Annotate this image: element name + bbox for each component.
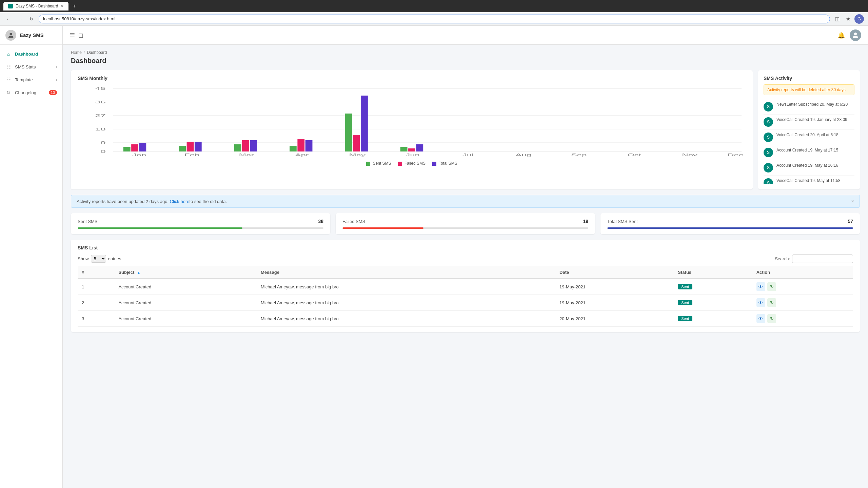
notification-close-button[interactable]: × bbox=[851, 199, 854, 204]
user-avatar[interactable] bbox=[850, 29, 861, 41]
svg-rect-19 bbox=[187, 142, 194, 151]
svg-rect-22 bbox=[234, 144, 241, 151]
main-content: Home / Dashboard Dashboard SMS Monthly bbox=[63, 45, 868, 488]
sms-table: # Subject ▲ Message Date bbox=[78, 266, 853, 327]
browser-chrome: Eazy SMS - Dashboard ✕ + bbox=[0, 0, 868, 12]
svg-rect-23 bbox=[242, 140, 249, 151]
fullscreen-button[interactable]: ◻ bbox=[78, 32, 83, 39]
grid-icon: ☷ bbox=[5, 64, 12, 70]
sidebar-nav: ⌂ Dashboard ☷ SMS Stats ‹ ☷ Template ‹ ↻… bbox=[0, 45, 62, 102]
svg-text:Nov: Nov bbox=[682, 153, 697, 157]
cell-num-3: 3 bbox=[78, 311, 114, 327]
breadcrumb-home[interactable]: Home bbox=[71, 50, 82, 55]
chart-title: SMS Monthly bbox=[78, 76, 746, 81]
cell-num-1: 1 bbox=[78, 279, 114, 295]
cell-subject-3: Account Created bbox=[114, 311, 257, 327]
new-tab-button[interactable]: + bbox=[73, 3, 76, 9]
stat-value-sent: 38 bbox=[318, 219, 323, 224]
refresh-button-2[interactable]: ↻ bbox=[767, 298, 776, 307]
table-row: 3 Account Created Michael Ameyaw, messag… bbox=[78, 311, 853, 327]
activity-avatar-1: S bbox=[764, 102, 773, 111]
browser-nav: ← → ↻ ◫ ★ G bbox=[0, 12, 868, 26]
browser-tab[interactable]: Eazy SMS - Dashboard ✕ bbox=[3, 2, 68, 11]
sidebar-item-dashboard[interactable]: ⌂ Dashboard bbox=[0, 47, 62, 60]
sms-list-card: SMS List Show 5 10 25 50 entries bbox=[71, 240, 860, 332]
notification-link[interactable]: Click here bbox=[170, 199, 190, 204]
cell-subject-1: Account Created bbox=[114, 279, 257, 295]
view-button-2[interactable]: 👁 bbox=[756, 298, 765, 307]
breadcrumb: Home / Dashboard bbox=[71, 50, 860, 55]
entries-label: entries bbox=[108, 256, 121, 261]
page-title: Dashboard bbox=[71, 57, 860, 65]
legend-sent: Sent SMS bbox=[366, 161, 391, 166]
cell-message-3: Michael Ameyaw, message from big bro bbox=[257, 311, 555, 327]
menu-toggle-button[interactable]: ☰ bbox=[70, 32, 75, 39]
cell-date-3: 20-May-2021 bbox=[555, 311, 674, 327]
tab-favicon bbox=[8, 4, 13, 8]
svg-text:Apr: Apr bbox=[295, 153, 309, 157]
back-button[interactable]: ← bbox=[4, 15, 13, 23]
view-button-1[interactable]: 👁 bbox=[756, 282, 765, 291]
sidebar-item-changelog[interactable]: ↻ Changelog 10 bbox=[0, 86, 62, 99]
content-inner: Home / Dashboard Dashboard SMS Monthly bbox=[63, 45, 868, 340]
changelog-badge: 10 bbox=[49, 90, 57, 95]
extensions-button[interactable]: ◫ bbox=[833, 15, 842, 23]
sidebar: Eazy SMS ⌂ Dashboard ☷ SMS Stats ‹ ☷ Tem… bbox=[0, 26, 63, 488]
svg-rect-20 bbox=[195, 142, 202, 151]
activity-item-4: S Account Created 19. May at 17:15 bbox=[764, 145, 854, 160]
sidebar-label-template: Template bbox=[15, 77, 33, 82]
table-controls: Show 5 10 25 50 entries Search: bbox=[78, 255, 853, 263]
cell-status-3: Sent bbox=[674, 311, 752, 327]
svg-rect-30 bbox=[345, 114, 352, 151]
svg-text:Jan: Jan bbox=[132, 153, 146, 157]
refresh-button-1[interactable]: ↻ bbox=[767, 282, 776, 291]
svg-text:Dec: Dec bbox=[728, 153, 743, 157]
stat-progress-bar-total bbox=[607, 227, 853, 229]
status-badge-2: Sent bbox=[678, 300, 692, 305]
forward-button[interactable]: → bbox=[16, 15, 24, 23]
activity-avatar-2: S bbox=[764, 117, 773, 127]
sidebar-label-changelog: Changelog bbox=[15, 90, 36, 95]
tab-close-button[interactable]: ✕ bbox=[61, 4, 64, 8]
stat-progress-failed bbox=[342, 227, 588, 229]
legend-failed: Failed SMS bbox=[398, 161, 426, 166]
svg-text:27: 27 bbox=[95, 114, 106, 118]
entries-select[interactable]: 5 10 25 50 bbox=[91, 255, 106, 263]
cell-date-1: 19-May-2021 bbox=[555, 279, 674, 295]
search-box: Search: bbox=[775, 255, 853, 263]
svg-text:Oct: Oct bbox=[627, 153, 641, 157]
col-header-subject[interactable]: Subject ▲ bbox=[114, 266, 257, 279]
stat-label-sent: Sent SMS bbox=[78, 219, 98, 224]
svg-rect-34 bbox=[400, 147, 408, 151]
bookmark-button[interactable]: ★ bbox=[844, 15, 852, 23]
cell-num-2: 2 bbox=[78, 295, 114, 311]
nav-icons: ◫ ★ G bbox=[833, 14, 864, 24]
activity-item-5: S Account Created 19. May at 16:16 bbox=[764, 160, 854, 176]
cell-message-2: Michael Ameyaw, message from big bro bbox=[257, 295, 555, 311]
activity-warning: Activity reports will be deleted after 3… bbox=[764, 84, 854, 95]
tab-title: Eazy SMS - Dashboard bbox=[16, 4, 58, 8]
svg-rect-32 bbox=[361, 96, 368, 151]
main-area: ☰ ◻ 🔔 Home / Dashboard Dashboard bbox=[63, 26, 868, 488]
address-bar[interactable] bbox=[39, 15, 830, 23]
svg-text:Jun: Jun bbox=[406, 153, 420, 157]
refresh-button-3[interactable]: ↻ bbox=[767, 314, 776, 323]
activity-list: S NewsLetter Subscribed 20. May at 6:20 … bbox=[764, 99, 854, 184]
cell-message-1: Michael Ameyaw, message from big bro bbox=[257, 279, 555, 295]
sidebar-header: Eazy SMS bbox=[0, 26, 62, 45]
cell-status-1: Sent bbox=[674, 279, 752, 295]
sidebar-item-template[interactable]: ☷ Template ‹ bbox=[0, 73, 62, 86]
stat-card-failed: Failed SMS 19 bbox=[336, 213, 595, 234]
stat-card-sent: Sent SMS 38 bbox=[71, 213, 330, 234]
reload-button[interactable]: ↻ bbox=[27, 15, 36, 23]
view-button-3[interactable]: 👁 bbox=[756, 314, 765, 323]
col-header-status: Status bbox=[674, 266, 752, 279]
notification-suffix: to see the old data. bbox=[189, 199, 227, 204]
sms-list-title: SMS List bbox=[78, 245, 853, 250]
sidebar-item-sms-stats[interactable]: ☷ SMS Stats ‹ bbox=[0, 60, 62, 73]
svg-text:45: 45 bbox=[95, 86, 106, 91]
cell-action-1: 👁 ↻ bbox=[752, 279, 853, 295]
search-input[interactable] bbox=[792, 255, 853, 263]
browser-user-avatar[interactable]: G bbox=[854, 14, 864, 24]
notification-bell-button[interactable]: 🔔 bbox=[837, 32, 845, 39]
